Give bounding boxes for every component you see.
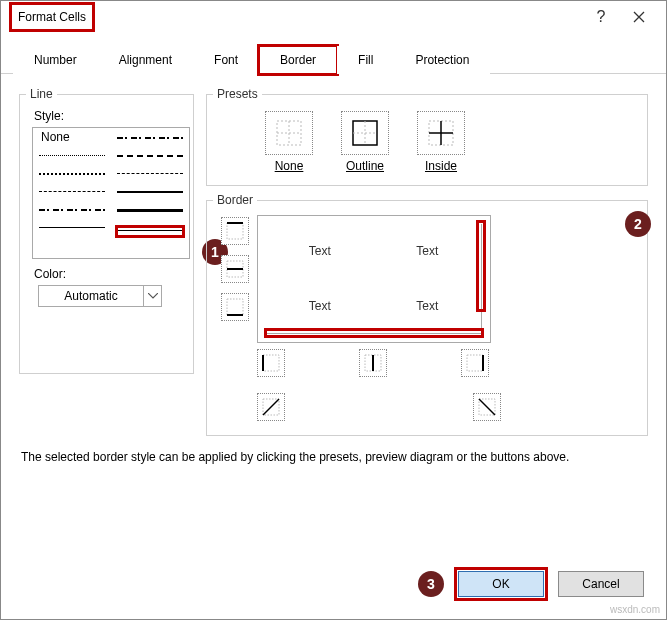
preset-none[interactable]: None [265, 111, 313, 173]
style-dashdot[interactable] [117, 137, 183, 139]
svg-line-22 [263, 399, 279, 415]
format-cells-dialog: Format Cells ? Number Alignment Font Bor… [0, 0, 667, 620]
border-diag-up-button[interactable] [257, 393, 285, 421]
style-dotted-thin[interactable] [39, 155, 105, 164]
border-bottom-button[interactable] [221, 293, 249, 321]
border-top-button[interactable] [221, 217, 249, 245]
svg-rect-13 [227, 299, 243, 315]
color-value: Automatic [39, 289, 143, 303]
titlebar: Format Cells ? [1, 1, 666, 33]
border-left-button[interactable] [257, 349, 285, 377]
presets-group: Presets None Outline [206, 94, 648, 186]
line-legend: Line [26, 87, 57, 101]
border-diag-down-button[interactable] [473, 393, 501, 421]
border-right-button[interactable] [461, 349, 489, 377]
style-none[interactable]: None [33, 128, 111, 146]
border-middle-h-button[interactable] [221, 255, 249, 283]
ok-button[interactable]: OK [458, 571, 544, 597]
preview-cell: Text [374, 279, 482, 334]
tab-font[interactable]: Font [193, 46, 259, 74]
line-group: Line Style: None 1 Color: [19, 94, 194, 374]
color-dropdown[interactable]: Automatic [38, 285, 162, 307]
help-button[interactable]: ? [582, 3, 620, 31]
preset-outline-icon [341, 111, 389, 155]
tab-alignment[interactable]: Alignment [98, 46, 193, 74]
style-label: Style: [34, 109, 185, 123]
preset-inside-label: Inside [425, 159, 457, 173]
watermark: wsxdn.com [610, 604, 660, 615]
border-middle-v-button[interactable] [359, 349, 387, 377]
svg-rect-15 [263, 355, 279, 371]
style-dotted-med[interactable] [39, 173, 105, 182]
tab-fill[interactable]: Fill [337, 46, 394, 74]
close-icon [633, 11, 645, 23]
close-button[interactable] [620, 3, 658, 31]
window-title: Format Cells [9, 2, 95, 32]
border-group: Border Text Text [206, 200, 648, 436]
tab-number[interactable]: Number [13, 46, 98, 74]
cancel-button[interactable]: Cancel [558, 571, 644, 597]
preset-inside[interactable]: Inside [417, 111, 465, 173]
tab-protection[interactable]: Protection [394, 46, 490, 74]
border-legend: Border [213, 193, 257, 207]
line-style-list[interactable]: None [32, 127, 190, 259]
annotation-badge-2: 2 [625, 211, 651, 237]
svg-line-24 [479, 399, 495, 415]
color-label: Color: [34, 267, 185, 281]
style-solid-thick[interactable] [117, 209, 183, 218]
preview-cell: Text [266, 279, 374, 334]
svg-rect-9 [227, 223, 243, 239]
preset-outline[interactable]: Outline [341, 111, 389, 173]
annotation-highlight-right [476, 220, 486, 312]
preset-outline-label: Outline [346, 159, 384, 173]
preview-cell: Text [266, 224, 374, 279]
tab-border[interactable]: Border [259, 46, 337, 74]
style-dash3[interactable] [39, 191, 105, 200]
style-dash-med[interactable] [117, 155, 183, 164]
preset-none-icon [265, 111, 313, 155]
svg-rect-19 [467, 355, 483, 371]
annotation-badge-3: 3 [418, 571, 444, 597]
style-dash-thin[interactable] [117, 173, 183, 182]
preset-inside-icon [417, 111, 465, 155]
style-solid-med[interactable] [117, 191, 183, 200]
style-double-selected[interactable] [117, 227, 183, 236]
tab-strip: Number Alignment Font Border Fill Protec… [1, 45, 666, 74]
style-solid-thin[interactable] [39, 227, 105, 236]
style-dashdot2[interactable] [39, 209, 105, 211]
presets-legend: Presets [213, 87, 262, 101]
preset-none-label: None [275, 159, 304, 173]
chevron-down-icon [143, 286, 161, 306]
preview-cell: Text [374, 224, 482, 279]
border-preview[interactable]: Text Text Text Text [257, 215, 491, 343]
description-text: The selected border style can be applied… [1, 436, 666, 478]
annotation-highlight-bottom [264, 328, 484, 338]
